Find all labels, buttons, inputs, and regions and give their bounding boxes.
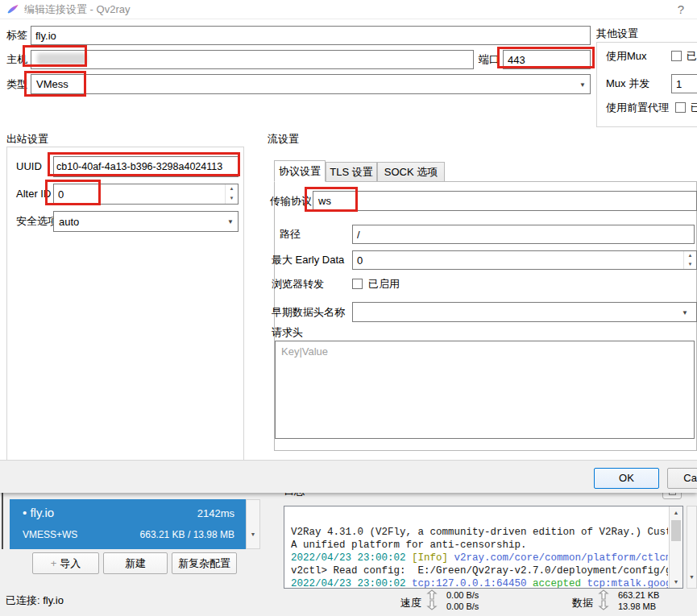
tab-tls-settings[interactable]: TLS 设置: [326, 162, 377, 182]
browser-forward-checkbox[interactable]: [352, 279, 363, 289]
max-early-data-spinbox[interactable]: ▲▼: [352, 250, 697, 270]
status-data-down: 13.98 MB: [618, 601, 656, 612]
stream-group-title: 流设置: [268, 132, 299, 147]
speed-updown-icon: [425, 589, 442, 610]
status-speed-down: 0.00 B/s: [446, 601, 479, 612]
scroll-up-icon[interactable]: ▲: [670, 510, 682, 515]
host-field-label: 主机: [6, 50, 27, 69]
path-label: 路径: [280, 225, 301, 244]
cancel-button[interactable]: Cancel: [667, 468, 697, 489]
edit-connection-dialog: 编辑连接设置 - Qv2ray ? 标签 主机 端口 类型 VMess ▼ 出站…: [0, 0, 697, 493]
use-mux-label: 使用Mux: [606, 50, 647, 63]
transport-label: 传输协议: [270, 191, 312, 211]
ok-button[interactable]: OK: [594, 468, 659, 489]
help-button[interactable]: ?: [678, 1, 684, 19]
use-mux-checkbox-label: 已启用: [687, 50, 697, 63]
scroll-down-icon[interactable]: ▼: [670, 579, 682, 585]
other-group-title: 其他设置: [596, 27, 638, 41]
transport-combobox[interactable]: ws: [313, 191, 697, 211]
spin-up-icon[interactable]: ▲: [684, 251, 696, 260]
import-button[interactable]: +导入: [32, 552, 99, 574]
alter-id-input[interactable]: [53, 184, 239, 205]
qv2ray-logo-icon: [6, 3, 19, 16]
data-updown-icon: [596, 589, 614, 610]
connection-protocol: VMESS+WS: [23, 529, 77, 540]
log-lines: V2Ray 4.31.0 (V2Fly, a community-driven …: [291, 526, 668, 589]
security-label: 安全选项: [16, 211, 58, 232]
mux-concurrency-input[interactable]: [671, 74, 697, 93]
connection-latency: 2142ms: [197, 507, 234, 519]
scroll-down-icon[interactable]: ▼: [687, 574, 696, 580]
uuid-input[interactable]: [53, 156, 239, 177]
dialog-title: 编辑连接设置 - Qv2ray: [24, 0, 130, 19]
path-input[interactable]: [352, 225, 695, 244]
security-combobox[interactable]: auto ▼: [53, 211, 239, 232]
connection-list-scrollbar[interactable]: ▼: [246, 499, 260, 549]
early-data-header-combobox[interactable]: ▼: [352, 302, 697, 322]
status-speed-label: 速度: [400, 596, 421, 610]
new-button[interactable]: 新建: [103, 552, 168, 574]
app-window: • fly.io 2142ms VMESS+WS 663.21 KB / 13.…: [0, 0, 697, 616]
type-combobox[interactable]: VMess ▼: [31, 74, 591, 94]
use-mux-checkbox[interactable]: [671, 51, 682, 61]
status-data-up: 663.21 KB: [618, 589, 659, 601]
connection-list-border: [2, 491, 3, 549]
tab-protocol-settings[interactable]: 协议设置: [274, 160, 326, 182]
forward-proxy-label: 使用前置代理: [606, 101, 669, 114]
spin-down-icon[interactable]: ▼: [684, 260, 696, 269]
port-input[interactable]: [503, 50, 591, 69]
request-headers-textarea[interactable]: [275, 341, 695, 439]
alter-id-spinbox[interactable]: ▲▼: [53, 184, 239, 205]
label-field-label: 标签: [6, 26, 27, 45]
type-field-label: 类型: [6, 74, 27, 94]
log-scrollbar[interactable]: ▲ ▼: [669, 506, 682, 588]
connection-name: • fly.io: [23, 506, 54, 519]
label-input[interactable]: [31, 26, 591, 45]
early-data-header-label: 早期数据头名称: [272, 302, 345, 322]
forward-proxy-checkbox-label: 已启用: [691, 101, 697, 114]
connection-list-item[interactable]: • fly.io 2142ms VMESS+WS 663.21 KB / 13.…: [10, 499, 246, 549]
status-connected: 已连接: fly.io: [6, 593, 64, 608]
spin-buttons[interactable]: ▲▼: [683, 251, 696, 269]
chevron-down-icon: ▼: [579, 81, 586, 88]
dialog-button-strip: OK Cancel: [0, 460, 697, 493]
transport-value: ws: [318, 192, 331, 210]
window-edge-scrollbar[interactable]: ▼: [687, 506, 697, 589]
outbound-group-title: 出站设置: [6, 132, 48, 147]
tab-sock-options[interactable]: SOCK 选项: [377, 162, 445, 182]
scrollbar-thumb[interactable]: [671, 520, 681, 541]
status-speed-up: 0.00 B/s: [446, 589, 479, 601]
chevron-down-icon: ▼: [682, 308, 688, 316]
scroll-down-icon[interactable]: ▼: [247, 531, 259, 537]
max-early-data-label: 最大 Early Data: [272, 250, 344, 270]
alter-id-label: Alter ID: [16, 184, 51, 205]
chevron-down-icon: ▼: [227, 218, 234, 225]
uuid-label: UUID: [16, 156, 42, 177]
type-value: VMess: [36, 75, 68, 93]
port-field-label: 端口: [479, 50, 500, 69]
browser-forward-label: 浏览器转发: [272, 278, 324, 291]
new-complex-config-button[interactable]: 新复杂配置: [172, 552, 237, 574]
request-headers-label: 请求头: [272, 325, 303, 340]
host-input[interactable]: [31, 50, 474, 69]
max-early-data-input[interactable]: [352, 250, 697, 270]
spin-buttons[interactable]: ▲▼: [225, 184, 238, 204]
log-viewer[interactable]: V2Ray 4.31.0 (V2Fly, a community-driven …: [284, 506, 683, 589]
browser-forward-checkbox-label: 已启用: [368, 278, 400, 291]
redacted-host-value: [37, 53, 87, 65]
forward-proxy-checkbox[interactable]: [675, 102, 686, 113]
status-data-label: 数据: [572, 596, 593, 610]
dialog-titlebar[interactable]: 编辑连接设置 - Qv2ray ?: [0, 0, 697, 19]
plus-icon: +: [51, 557, 57, 569]
mux-concurrency-label: Mux 并发: [606, 74, 649, 93]
security-value: auto: [59, 212, 79, 231]
spin-down-icon[interactable]: ▼: [226, 194, 238, 204]
spin-up-icon[interactable]: ▲: [226, 184, 238, 194]
connection-traffic: 663.21 KB / 13.98 MB: [140, 529, 234, 540]
